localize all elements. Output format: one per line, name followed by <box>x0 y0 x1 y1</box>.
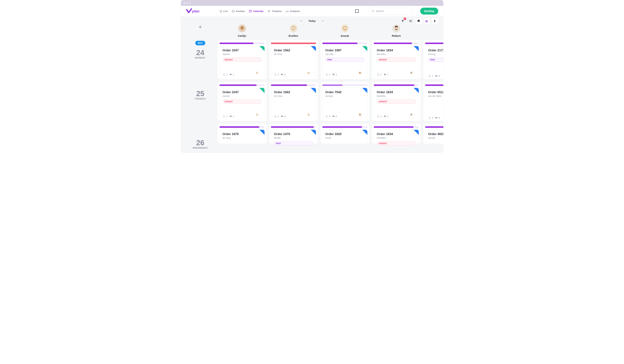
expand-button[interactable] <box>354 9 360 14</box>
week-pill: W17 <box>183 41 218 45</box>
order-card[interactable]: Order 6512 van der Meer 36 <box>425 88 443 122</box>
window-dot <box>189 2 190 4</box>
capacity-bar <box>219 43 265 44</box>
view-kanban[interactable]: Kanban <box>232 10 245 13</box>
day-label: 26WEDNESDAY <box>183 139 218 149</box>
day-cell: Order 1834 Hendriks URGENT 22 <box>372 82 421 121</box>
card-title: Order 1562 <box>274 49 313 52</box>
view-timeline[interactable]: Timeline <box>268 10 282 13</box>
calendar-grid: W1724MONDAY25TUESDAY26WEDNESDAY Carlijn … <box>181 24 443 153</box>
upload-icon <box>377 115 380 118</box>
view-list[interactable]: List <box>219 10 228 13</box>
status-corner-icon <box>414 46 419 51</box>
card-title: Order 6512 <box>428 91 443 94</box>
calendar-icon <box>249 10 252 13</box>
assignee-avatar <box>359 114 364 119</box>
order-card[interactable]: Order 1987 van Dijk PRIO 22 <box>322 46 367 80</box>
card-title: Order 1047 <box>223 49 261 52</box>
order-card[interactable]: Order 1675 de Jong <box>219 130 265 144</box>
integrations-button[interactable] <box>416 18 422 24</box>
order-card[interactable]: Order 1562 de Vries 36 <box>271 88 316 122</box>
chevron-left-icon <box>300 19 303 23</box>
card-title: Order 1834 <box>377 91 416 94</box>
group-by-people-button[interactable] <box>424 18 430 24</box>
next-button[interactable] <box>321 19 324 23</box>
status-corner-icon <box>414 88 419 93</box>
status-button[interactable] <box>432 18 438 24</box>
order-card[interactable]: Order 4829 Jacobs <box>425 130 443 144</box>
upload-icon <box>377 73 380 76</box>
today-label[interactable]: Today <box>308 20 315 23</box>
card-footer: 36 <box>274 111 313 119</box>
status-corner-icon <box>311 88 316 93</box>
shuffle-button[interactable] <box>183 24 218 40</box>
tag-prio: PRIO <box>274 141 313 145</box>
order-card[interactable]: Order 1834 Hendriks URGENT <box>374 130 419 148</box>
capacity-bar <box>271 43 316 44</box>
date-nav: Today <box>300 19 324 23</box>
capacity-bar <box>219 126 265 128</box>
order-card[interactable]: Order 1820 Groot <box>322 130 367 144</box>
order-card[interactable]: Order 1562 de Vries 36 <box>271 46 316 80</box>
card-subtitle: Janzen <box>223 53 261 55</box>
shuffle-icon <box>199 25 202 29</box>
view-label: List <box>223 10 228 13</box>
search-box[interactable] <box>369 8 413 15</box>
capacity-bar <box>271 126 316 128</box>
upload-icon <box>223 73 225 76</box>
filter-badge: 1 <box>404 18 406 20</box>
capacity-bar <box>374 43 419 44</box>
card-title: Order 1820 <box>325 132 364 136</box>
view-calendar[interactable]: Calendar <box>249 10 264 13</box>
analysis-icon <box>286 10 289 13</box>
card-subtitle: de Jong <box>223 137 261 139</box>
day-cell: Order 6512 van der Meer 36 <box>423 82 443 121</box>
order-card[interactable]: Order 1047 Janzen URGENT 22 <box>219 46 265 80</box>
column-head: Carlijn <box>218 24 266 40</box>
order-card[interactable]: Order 1476 Mulder PRIO <box>271 130 316 148</box>
card-subtitle: de Vries <box>274 53 313 55</box>
order-card[interactable]: Order 1047 Janzen URGENT 22 <box>219 88 265 122</box>
prev-button[interactable] <box>300 19 303 23</box>
card-title: Order 4829 <box>428 132 443 136</box>
order-card[interactable]: Order 1834 Hendriks URGENT 22 <box>374 46 419 80</box>
order-card[interactable]: Order 1834 Hendriks URGENT 22 <box>374 88 419 122</box>
filter-button[interactable]: 1 <box>400 18 406 24</box>
card-footer: 22 <box>223 111 261 119</box>
upload-icon <box>325 73 328 76</box>
capacity-bar <box>322 85 367 86</box>
status-corner-icon <box>311 46 316 51</box>
comments-count: 2 <box>332 73 337 76</box>
column-robert: Robert Order 1834 Hendriks URGENT 22 Ord… <box>372 24 421 153</box>
view-analysis[interactable]: Analysis <box>286 10 300 13</box>
puzzle-icon <box>417 19 420 23</box>
capacity-bar <box>425 126 443 128</box>
day-cell: Order 1562 de Vries 36 <box>269 82 318 121</box>
order-card[interactable]: Order 2173 Koning PRIO 36 <box>425 46 443 80</box>
capacity-bar <box>374 85 419 86</box>
svg-text:plan: plan <box>192 9 199 13</box>
column-felix: Felix Order 2173 Koning PRIO 36 Order 65… <box>423 24 443 153</box>
card-title: Order 1476 <box>274 132 313 136</box>
comment-icon <box>332 73 335 76</box>
timeline-icon <box>268 10 271 13</box>
search-input[interactable] <box>376 10 411 13</box>
assignee-avatar <box>359 71 364 77</box>
backlog-button[interactable]: Backlog <box>420 8 438 15</box>
upload-icon <box>325 115 328 118</box>
tag-urgent: URGENT <box>223 58 261 62</box>
card-subtitle: Hendriks <box>377 95 416 97</box>
visibility-button[interactable] <box>408 18 414 24</box>
uploads-count: 2 <box>325 73 330 76</box>
column-evelien: Evelien Order 1562 de Vries 36 Order 156… <box>269 24 318 153</box>
card-title: Order 1987 <box>325 49 364 52</box>
app-logo[interactable]: plan <box>186 8 206 14</box>
assignee-avatar <box>256 71 261 77</box>
list-icon <box>219 10 222 13</box>
capacity-bar <box>425 85 443 86</box>
comment-icon <box>384 73 386 76</box>
order-card[interactable]: Order 7542 de Boer 36 <box>322 88 367 122</box>
tag-urgent: URGENT <box>377 141 416 145</box>
card-subtitle: van Dijk <box>325 53 364 55</box>
status-corner-icon <box>311 130 316 135</box>
